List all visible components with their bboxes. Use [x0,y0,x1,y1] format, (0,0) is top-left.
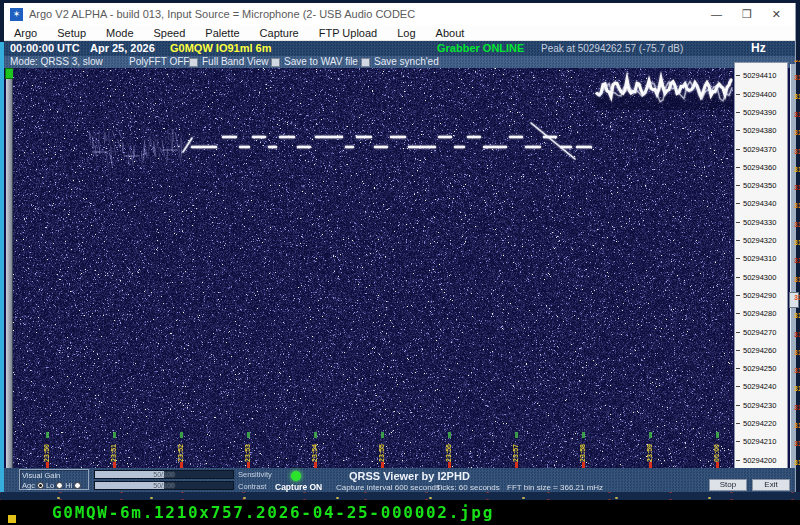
grabber-status: Grabber ONLINE [437,41,524,56]
clipped-text-fragment: 31 [794,74,800,81]
freq-label: 50294340 [743,199,776,208]
clipped-text-fragment: 31 [794,276,800,283]
freq-tick [736,423,740,424]
clipped-text-fragment: 31 [794,331,800,338]
radio-label-lo: Lo [46,481,54,490]
radio-hi[interactable] [74,482,81,489]
capture-status[interactable]: Capture ON [275,482,322,492]
callsign-locator: G0MQW IO91ml 6m [170,41,271,56]
time-mark-label: 23:52 [177,444,184,462]
checkbox-icon[interactable] [271,58,280,67]
freq-tick [736,258,740,259]
spectrogram-area: 23:5023:5123:5223:5323:5423:5523:5623:57… [4,68,795,468]
peak-readout: Peak at 50294262.57 (-75.7 dB) [541,41,683,56]
freq-label: 50294370 [743,145,776,154]
freq-label: 50294250 [743,364,776,373]
menu-log[interactable]: Log [387,27,425,39]
freq-label: 50294330 [743,218,776,227]
radio-agc[interactable] [37,482,44,489]
freq-label: 50294390 [743,108,776,117]
freq-label: 50294210 [743,437,776,446]
polyfft-status[interactable]: PolyFFT OFF [129,56,189,68]
freq-tick [736,130,740,131]
menu-ftp-upload[interactable]: FTP Upload [309,27,388,39]
menu-argo[interactable]: Argo [4,27,47,39]
clipped-text-fragment: 31 [794,239,800,246]
title-bar[interactable]: ✶ Argo V2 ALPHA - build 013, Input Sourc… [4,3,795,25]
maximize-button[interactable]: ❒ [742,8,752,21]
freq-tick [736,149,740,150]
offset-slider-vertical[interactable] [6,68,13,468]
checkbox-save-to-wav[interactable]: Save to WAV file [271,56,358,68]
freq-tick [736,240,740,241]
radio-lo[interactable] [56,482,63,489]
argo-window: ✶ Argo V2 ALPHA - build 013, Input Sourc… [4,3,796,492]
clipped-text-fragment: 31 [794,459,800,466]
menu-speed[interactable]: Speed [144,27,196,39]
checkbox-save-synched[interactable]: Save synch'ed [361,56,439,68]
stop-button[interactable]: Stop [709,479,747,491]
visual-gain-group: Visual Gain Agc Lo Hi [19,469,89,490]
menu-palette[interactable]: Palette [195,27,249,39]
exit-button[interactable]: Exit [752,479,790,491]
contrast-slider[interactable]: 50/100 [94,481,234,490]
close-button[interactable]: ✕ [772,8,781,21]
capture-led-icon [291,471,301,481]
spectrogram-canvas[interactable] [13,68,733,468]
clipped-text-fragment: 31 [794,440,800,447]
freq-label: 50294230 [743,401,776,410]
fft-bin-size: FFT bin size = 366.21 mHz [507,483,603,492]
time-mark-label: 23:55 [378,444,385,462]
checkbox-label: Save to WAV file [284,56,358,68]
freq-label: 50294260 [743,346,776,355]
freq-label: 50294220 [743,419,776,428]
freq-label: 50294200 [743,456,776,465]
freq-tick [736,222,740,223]
freq-tick [736,295,740,296]
freq-tick [736,441,740,442]
minimize-button[interactable]: — [711,8,722,21]
time-mark-label: 00:00 [713,444,720,462]
freq-tick [736,313,740,314]
freq-label: 50294240 [743,382,776,391]
status-bar: 00:00:00 UTC Apr 25, 2026 G0MQW IO91ml 6… [4,41,795,56]
radio-label-hi: Hi [65,481,72,490]
freq-label: 50294300 [743,273,776,282]
clipped-text-fragment: 31 [794,385,800,392]
menu-about[interactable]: About [426,27,475,39]
time-mark-label: 23:54 [311,444,318,462]
menu-capture[interactable]: Capture [250,27,309,39]
checkbox-label: Full Band View [202,56,269,68]
clipped-text-fragment: 31 [794,166,800,173]
time-mark-label: 23:50 [43,444,50,462]
checkbox-label: Save synch'ed [374,56,439,68]
mode-bar: Mode: QRSS 3, slow PolyFFT OFF Full Band… [4,56,795,68]
freq-tick [736,368,740,369]
freq-label: 50294310 [743,254,776,263]
menu-mode[interactable]: Mode [96,27,144,39]
menu-bar: ArgoSetupModeSpeedPaletteCaptureFTP Uplo… [4,25,795,41]
clipped-text-fragment: 31 [794,202,800,209]
visual-gain-label: Visual Gain [22,471,86,480]
menu-setup[interactable]: Setup [47,27,96,39]
ticks-setting: Ticks: 60 seconds [436,483,500,492]
checkbox-icon[interactable] [361,58,370,67]
clipped-text-fragment: 31 [794,312,800,319]
radio-label-agc: Agc [22,481,35,490]
clipped-text-fragment: 31 [794,111,800,118]
date-display: Apr 25, 2026 [90,41,155,56]
freq-tick [736,112,740,113]
time-mark-label: 23:53 [244,444,251,462]
freq-label: 50294280 [743,309,776,318]
freq-tick [736,203,740,204]
checkbox-full-band-view[interactable]: Full Band View [189,56,269,68]
background-strip [0,492,800,500]
freq-tick [736,185,740,186]
freq-tick [736,350,740,351]
freq-tick [736,332,740,333]
hz-label: Hz [751,41,766,56]
app-icon: ✶ [10,8,23,21]
sensitivity-slider[interactable]: 50/100 [94,470,234,479]
checkbox-icon[interactable] [189,58,198,67]
freq-tick [736,167,740,168]
